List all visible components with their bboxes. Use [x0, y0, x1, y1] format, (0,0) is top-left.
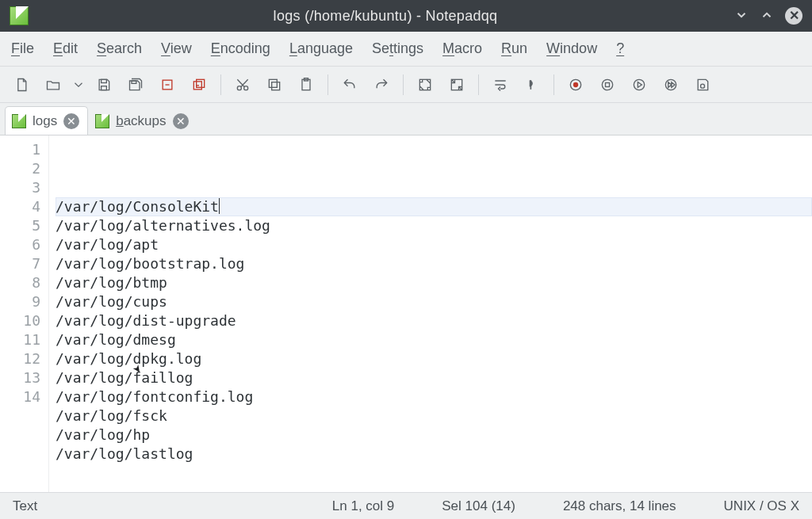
- toolbar-separator: [553, 74, 554, 95]
- menubar: File Edit Search View Encoding Language …: [0, 32, 812, 67]
- line-number: 9: [0, 292, 40, 311]
- tabbar: logs ✕ backups ✕: [0, 103, 812, 135]
- line-number-gutter: 1234567891011121314: [0, 135, 49, 492]
- status-language[interactable]: Text: [13, 498, 37, 514]
- line-number: 14: [0, 387, 40, 406]
- code-line[interactable]: /var/log/fsck: [56, 406, 812, 426]
- text-caret: [219, 198, 220, 214]
- menu-macro[interactable]: Macro: [442, 40, 482, 57]
- macro-record-button[interactable]: [562, 71, 589, 98]
- close-button[interactable]: ✕: [785, 7, 802, 25]
- toolbar-separator: [327, 74, 328, 95]
- tab-close-button[interactable]: ✕: [173, 113, 189, 129]
- code-line[interactable]: /var/log/ConsoleKit: [56, 197, 812, 216]
- macro-play-multi-button[interactable]: [657, 71, 684, 98]
- line-number: 12: [0, 349, 40, 368]
- code-line[interactable]: /var/log/dist-upgrade: [56, 311, 812, 330]
- window-controls: ✕: [734, 7, 802, 25]
- code-line[interactable]: /var/log/btmp: [56, 273, 812, 292]
- menu-file[interactable]: File: [11, 40, 34, 57]
- svg-point-20: [634, 79, 644, 90]
- code-line[interactable]: /var/log/dpkg.log: [56, 349, 812, 368]
- line-number: 4: [0, 197, 40, 216]
- line-number: 6: [0, 235, 40, 254]
- titlebar: logs (/home/kubuntu) - Notepadqq ✕: [0, 0, 812, 32]
- menu-run[interactable]: Run: [501, 40, 527, 57]
- menu-encoding[interactable]: Encoding: [211, 40, 270, 57]
- line-number: 11: [0, 330, 40, 349]
- svg-rect-0: [102, 79, 107, 82]
- line-number: 2: [0, 159, 40, 178]
- zoom-in-button[interactable]: [412, 71, 439, 98]
- line-number: 10: [0, 311, 40, 330]
- tab-label: backups: [116, 113, 166, 129]
- status-selection: Sel 104 (14): [442, 498, 515, 514]
- undo-button[interactable]: [336, 71, 363, 98]
- svg-rect-19: [606, 82, 610, 86]
- tab-logs[interactable]: logs ✕: [5, 106, 88, 135]
- menu-language[interactable]: Language: [289, 40, 353, 57]
- svg-rect-10: [272, 82, 280, 90]
- toolbar-separator: [220, 74, 221, 95]
- copy-button[interactable]: [261, 71, 288, 98]
- svg-rect-14: [419, 79, 430, 90]
- close-all-button[interactable]: [186, 71, 213, 98]
- toolbar: [0, 67, 812, 103]
- menu-settings[interactable]: Settings: [372, 40, 423, 57]
- zoom-out-button[interactable]: [443, 71, 470, 98]
- maximize-button[interactable]: [760, 8, 774, 25]
- code-line[interactable]: /var/log/hp: [56, 426, 812, 445]
- save-all-button[interactable]: [122, 71, 149, 98]
- line-number: 5: [0, 216, 40, 235]
- new-file-button[interactable]: [8, 71, 35, 98]
- line-number: 1: [0, 140, 40, 159]
- svg-rect-1: [102, 86, 107, 90]
- menu-help[interactable]: ?: [616, 40, 624, 57]
- line-number: 3: [0, 178, 40, 197]
- tab-backups[interactable]: backups ✕: [88, 106, 197, 135]
- menu-window[interactable]: Window: [546, 40, 597, 57]
- code-line[interactable]: /var/log/fontconfig.log: [56, 387, 812, 406]
- editor[interactable]: 1234567891011121314 /var/log/ConsoleKit/…: [0, 135, 812, 492]
- app-icon: [10, 6, 29, 25]
- code-line[interactable]: /var/log/apt: [56, 235, 812, 254]
- toolbar-separator: [478, 74, 479, 95]
- macro-stop-button[interactable]: [594, 71, 621, 98]
- status-stats: 248 chars, 14 lines: [563, 498, 676, 514]
- show-symbols-button[interactable]: [519, 71, 546, 98]
- open-recent-dropdown[interactable]: [71, 77, 86, 93]
- svg-point-8: [237, 86, 241, 90]
- open-file-button[interactable]: [40, 71, 67, 98]
- close-tab-button[interactable]: [154, 71, 181, 98]
- paste-button[interactable]: [293, 71, 320, 98]
- code-line[interactable]: /var/log/alternatives.log: [56, 216, 812, 235]
- menu-view[interactable]: View: [161, 40, 192, 57]
- save-button[interactable]: [90, 71, 117, 98]
- line-number: 7: [0, 254, 40, 273]
- macro-play-button[interactable]: [626, 71, 653, 98]
- app-window: logs (/home/kubuntu) - Notepadqq ✕ File …: [0, 0, 812, 519]
- line-number: 8: [0, 273, 40, 292]
- line-number: 13: [0, 368, 40, 387]
- redo-button[interactable]: [368, 71, 395, 98]
- macro-save-button[interactable]: [689, 71, 716, 98]
- code-line[interactable]: /var/log/lastlog: [56, 445, 812, 464]
- tab-close-button[interactable]: ✕: [63, 113, 79, 129]
- status-eol[interactable]: UNIX / OS X: [724, 498, 799, 514]
- minimize-button[interactable]: [734, 8, 749, 25]
- svg-point-17: [574, 82, 578, 86]
- word-wrap-button[interactable]: [487, 71, 514, 98]
- svg-point-18: [602, 79, 612, 90]
- code-line[interactable]: /var/log/dmesg: [56, 330, 812, 349]
- svg-rect-6: [197, 79, 205, 87]
- code-line[interactable]: /var/log/bootstrap.log: [56, 254, 812, 273]
- code-line[interactable]: /var/log/cups: [56, 292, 812, 311]
- code-area[interactable]: /var/log/ConsoleKit/var/log/alternatives…: [49, 135, 812, 492]
- code-line[interactable]: /var/log/faillog: [56, 368, 812, 387]
- menu-edit[interactable]: Edit: [53, 40, 78, 57]
- svg-rect-11: [269, 79, 277, 87]
- menu-search[interactable]: Search: [97, 40, 142, 57]
- svg-rect-2: [132, 81, 136, 83]
- cut-button[interactable]: [229, 71, 256, 98]
- toolbar-separator: [403, 74, 404, 95]
